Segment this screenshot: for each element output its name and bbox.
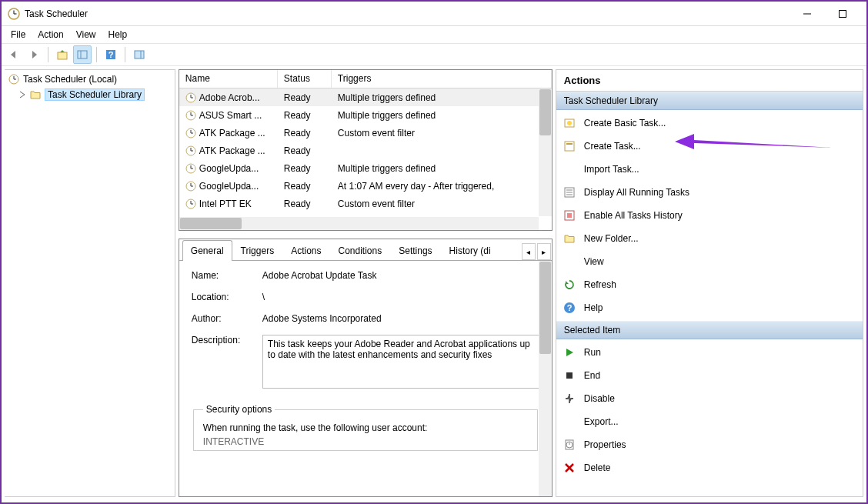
action-run[interactable]: Run [556, 341, 863, 364]
details-scrollbar[interactable] [539, 261, 552, 496]
tab-history[interactable]: History (di [441, 240, 499, 261]
properties-icon [563, 438, 576, 452]
menu-help[interactable]: Help [102, 28, 134, 42]
action-enable-history[interactable]: Enable All Tasks History [556, 204, 863, 227]
svg-rect-5 [58, 52, 67, 59]
titlebar: Task Scheduler [2, 2, 866, 26]
security-line1: When running the task, use the following… [203, 422, 528, 433]
action-delete[interactable]: Delete [556, 456, 863, 479]
task-icon [563, 139, 576, 153]
show-hide-console-tree-button[interactable] [73, 45, 92, 64]
tree-root[interactable]: Task Scheduler (Local) [5, 72, 175, 87]
action-properties[interactable]: Properties [556, 433, 863, 456]
action-label: Create Task... [584, 141, 641, 152]
app-icon [8, 8, 20, 20]
tree-library-label: Task Scheduler Library [45, 88, 145, 101]
svg-rect-6 [78, 51, 87, 58]
action-new-folder[interactable]: New Folder... [556, 227, 863, 250]
menu-action[interactable]: Action [32, 28, 69, 42]
blank-icon [563, 162, 576, 176]
author-value: Adobe Systems Incorporated [262, 313, 539, 324]
action-label: Disable [584, 393, 615, 404]
action-label: New Folder... [584, 233, 639, 244]
table-row[interactable]: ASUS Smart ...ReadyMultiple triggers def… [179, 106, 552, 124]
grid-scrollbar-v[interactable] [539, 88, 552, 216]
table-row[interactable]: ATK Package ...ReadyCustom event filter [179, 124, 552, 142]
tab-triggers[interactable]: Triggers [232, 240, 283, 261]
tree-pane: Task Scheduler (Local) Task Scheduler Li… [5, 69, 175, 497]
tab-settings[interactable]: Settings [390, 240, 440, 261]
menu-file[interactable]: File [5, 28, 32, 42]
svg-rect-45 [567, 213, 572, 218]
tab-general[interactable]: General [182, 240, 232, 261]
col-name[interactable]: Name [179, 70, 278, 88]
actions-section-library: Task Scheduler Library [556, 92, 863, 110]
svg-rect-48 [566, 372, 573, 379]
table-row[interactable]: ATK Package ...Ready [179, 142, 552, 159]
action-view[interactable]: View [556, 250, 863, 273]
svg-point-37 [567, 121, 572, 125]
svg-rect-4 [840, 10, 846, 17]
action-create-basic[interactable]: Create Basic Task... [556, 112, 863, 135]
table-row[interactable]: Adobe Acrob...ReadyMultiple triggers def… [179, 88, 552, 106]
action-create-task[interactable]: Create Task... [556, 135, 863, 158]
action-label: Properties [584, 439, 626, 450]
tab-actions[interactable]: Actions [282, 240, 329, 261]
list-icon [563, 185, 576, 199]
name-value: Adobe Acrobat Update Task [262, 270, 539, 281]
disable-icon [563, 392, 576, 406]
svg-text:?: ? [566, 303, 572, 312]
security-legend: Security options [203, 404, 275, 415]
folder-icon [563, 232, 576, 245]
table-row[interactable]: Intel PTT EKReadyCustom event filter [179, 195, 552, 212]
wizard-icon [563, 116, 576, 130]
description-label: Description: [192, 335, 262, 389]
action-label: Display All Running Tasks [584, 187, 689, 198]
svg-rect-39 [566, 143, 573, 145]
minimize-button[interactable] [790, 2, 825, 25]
action-label: Import Task... [584, 164, 639, 175]
action-disable[interactable]: Disable [556, 387, 863, 410]
action-refresh[interactable]: Refresh [556, 273, 863, 296]
menu-view[interactable]: View [70, 28, 102, 42]
action-help[interactable]: ?Help [556, 296, 863, 319]
up-button[interactable] [53, 45, 72, 64]
action-end[interactable]: End [556, 364, 863, 387]
security-line2: INTERACTIVE [203, 436, 528, 447]
action-export[interactable]: Export... [556, 410, 863, 433]
help-icon: ? [563, 301, 576, 315]
tab-conditions[interactable]: Conditions [330, 240, 391, 261]
action-label: Create Basic Task... [584, 118, 666, 129]
grid-header: Name Status Triggers [179, 70, 552, 88]
action-label: Export... [584, 416, 619, 427]
action-display-running[interactable]: Display All Running Tasks [556, 181, 863, 204]
grid-scrollbar-h[interactable] [179, 217, 539, 230]
blank-icon [563, 255, 576, 269]
back-button[interactable] [5, 45, 23, 64]
tab-prev-button[interactable]: ◂ [522, 243, 536, 260]
forward-button[interactable] [25, 45, 43, 64]
tree-root-label: Task Scheduler (Local) [23, 74, 117, 85]
table-row[interactable]: GoogleUpda...ReadyAt 1:07 AM every day -… [179, 177, 552, 195]
help-toolbar-button[interactable]: ? [102, 45, 120, 64]
table-row[interactable]: GoogleUpda...ReadyMultiple triggers defi… [179, 159, 552, 177]
show-hide-action-pane-button[interactable] [130, 45, 149, 64]
action-import-task[interactable]: Import Task... [556, 158, 863, 181]
col-triggers[interactable]: Triggers [332, 70, 552, 88]
play-icon [563, 345, 576, 359]
description-value[interactable] [262, 335, 539, 389]
toolbar: ? [2, 43, 866, 66]
tree-library[interactable]: Task Scheduler Library [5, 87, 175, 102]
maximize-button[interactable] [825, 2, 860, 25]
tab-next-button[interactable]: ▸ [537, 243, 551, 260]
author-label: Author: [192, 313, 262, 324]
chevron-right-icon [18, 91, 26, 98]
details-tabs: General Triggers Actions Conditions Sett… [179, 239, 552, 261]
history-icon [563, 209, 576, 222]
svg-rect-10 [135, 51, 144, 58]
window-title: Task Scheduler [25, 8, 790, 19]
col-status[interactable]: Status [278, 70, 332, 88]
location-label: Location: [192, 292, 262, 302]
stop-icon [563, 369, 576, 382]
action-label: View [584, 256, 604, 267]
